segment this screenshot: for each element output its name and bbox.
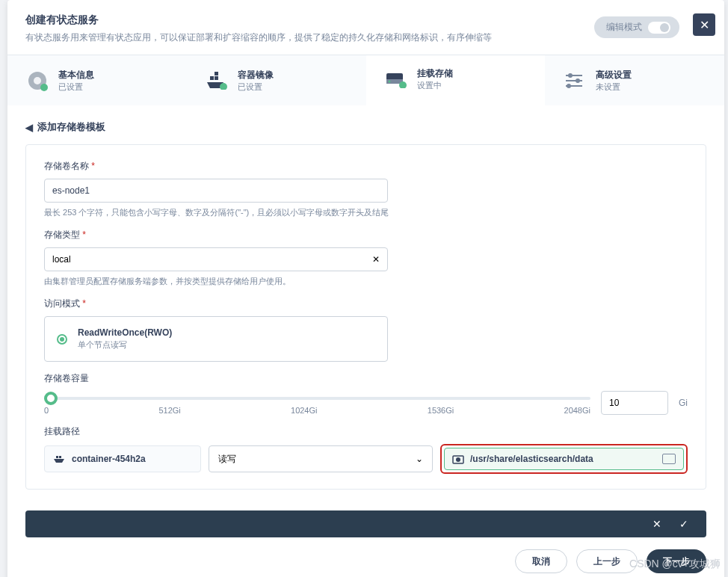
prev-button[interactable]: 上一步 xyxy=(576,549,638,573)
hint: 由集群管理员配置存储服务端参数，并按类型提供存储给用户使用。 xyxy=(44,276,688,287)
modal-footer: 取消 上一步 下一步 xyxy=(7,537,724,577)
volume-name-input[interactable] xyxy=(44,179,388,203)
clear-icon[interactable]: ✕ xyxy=(372,254,380,265)
svg-point-14 xyxy=(576,78,580,83)
hint: 最长 253 个字符，只能包含小写字母、数字及分隔符("-")，且必须以小写字母… xyxy=(44,207,688,218)
ship-icon xyxy=(205,69,229,93)
capacity-unit: Gi xyxy=(679,398,688,408)
svg-point-1 xyxy=(34,77,41,84)
modal-header: 创建有状态服务 有状态服务用来管理有状态应用，可以保证部署和扩容缩容的顺序，提供… xyxy=(7,0,724,55)
gear-icon xyxy=(25,69,49,93)
section-title: ◀ 添加存储卷模板 xyxy=(25,120,706,134)
step-label: 挂载存储 xyxy=(417,67,453,80)
field-capacity: 存储卷容量 0 512Gi 1024Gi 1536Gi 2048Gi xyxy=(44,372,688,415)
step-mount-storage[interactable]: 挂载存储 设置中 xyxy=(366,55,546,105)
switch-icon xyxy=(648,22,670,34)
svg-point-9 xyxy=(388,81,390,83)
chevron-down-icon: ⌄ xyxy=(416,454,423,464)
close-button[interactable]: ✕ xyxy=(693,13,715,36)
storage-icon xyxy=(384,67,408,91)
svg-rect-18 xyxy=(59,456,61,458)
step-label: 基本信息 xyxy=(58,69,94,81)
capacity-input[interactable] xyxy=(601,391,668,415)
svg-point-2 xyxy=(40,84,48,91)
field-mount-path: 挂载路径 container-454h2a 读写 ⌄ xyxy=(44,425,688,474)
step-status: 已设置 xyxy=(58,81,94,93)
label: 访问模式 xyxy=(44,297,688,310)
svg-rect-3 xyxy=(210,76,214,80)
storage-type-select[interactable]: local ✕ xyxy=(44,247,388,271)
svg-point-20 xyxy=(456,457,460,462)
step-status: 未设置 xyxy=(596,81,632,93)
svg-rect-5 xyxy=(215,72,218,75)
container-name: container-454h2a xyxy=(72,454,146,464)
step-status: 已设置 xyxy=(238,81,274,93)
step-label: 容器镜像 xyxy=(238,69,274,81)
edit-mode-toggle[interactable]: 编辑模式 xyxy=(594,16,679,38)
cancel-button[interactable]: 取消 xyxy=(515,549,567,573)
target-icon xyxy=(452,453,464,465)
access-mode-option[interactable]: ReadWriteOnce(RWO) 单个节点读写 xyxy=(44,316,388,362)
step-label: 高级设置 xyxy=(596,69,632,81)
label: 存储卷容量 xyxy=(44,372,688,385)
radio-icon xyxy=(57,334,67,345)
svg-point-16 xyxy=(567,84,571,88)
rw-value: 读写 xyxy=(218,453,236,466)
svg-rect-4 xyxy=(215,76,218,80)
slider-ticks: 0 512Gi 1024Gi 1536Gi 2048Gi xyxy=(44,406,590,415)
modal: 创建有状态服务 有状态服务用来管理有状态应用，可以保证部署和扩容缩容的顺序，提供… xyxy=(7,0,724,577)
svg-point-12 xyxy=(568,73,573,78)
edit-mode-label: 编辑模式 xyxy=(606,21,642,34)
mount-path-highlight: /usr/share/elasticsearch/data xyxy=(440,444,688,474)
label: 存储类型 xyxy=(44,229,688,241)
mount-path-value: /usr/share/elasticsearch/data xyxy=(470,454,593,464)
subpath-icon[interactable] xyxy=(662,454,676,464)
label: 挂载路径 xyxy=(44,425,688,438)
form-card: 存储卷名称 最长 253 个字符，只能包含小写字母、数字及分隔符("-")，且必… xyxy=(25,144,706,490)
field-access-mode: 访问模式 ReadWriteOnce(RWO) 单个节点读写 xyxy=(44,297,688,362)
step-advanced[interactable]: 高级设置 未设置 xyxy=(545,55,724,105)
step-status: 设置中 xyxy=(417,80,453,91)
step-container-image[interactable]: 容器镜像 已设置 xyxy=(187,55,366,105)
capacity-slider[interactable] xyxy=(44,397,590,400)
field-storage-type: 存储类型 local ✕ 由集群管理员配置存储服务端参数，并按类型提供存储给用户… xyxy=(44,229,688,287)
confirm-bar: ✕ ✓ xyxy=(25,510,706,537)
svg-rect-17 xyxy=(56,456,58,458)
confirm-inline-button[interactable]: ✓ xyxy=(679,518,688,530)
step-nav: 基本信息 已设置 容器镜像 已设置 挂载存储 设置中 xyxy=(7,55,724,105)
back-icon[interactable]: ◀ xyxy=(25,122,33,133)
option-title: ReadWriteOnce(RWO) xyxy=(78,327,172,338)
rw-mode-select[interactable]: 读写 ⌄ xyxy=(209,445,433,472)
mount-path-input[interactable]: /usr/share/elasticsearch/data xyxy=(444,448,684,470)
watermark: CSDN @cv+攻城狮 xyxy=(629,558,721,571)
docker-icon xyxy=(54,454,66,463)
label: 存储卷名称 xyxy=(44,160,688,173)
option-desc: 单个节点读写 xyxy=(78,339,172,351)
select-value: local xyxy=(52,254,71,265)
form-area: ◀ 添加存储卷模板 存储卷名称 最长 253 个字符，只能包含小写字母、数字及分… xyxy=(7,105,724,505)
step-basic-info[interactable]: 基本信息 已设置 xyxy=(7,55,187,105)
field-volume-name: 存储卷名称 最长 253 个字符，只能包含小写字母、数字及分隔符("-")，且必… xyxy=(44,160,688,218)
slider-thumb[interactable] xyxy=(44,392,58,405)
container-name-box: container-454h2a xyxy=(44,445,201,472)
sliders-icon xyxy=(563,69,587,93)
cancel-inline-button[interactable]: ✕ xyxy=(653,518,661,530)
